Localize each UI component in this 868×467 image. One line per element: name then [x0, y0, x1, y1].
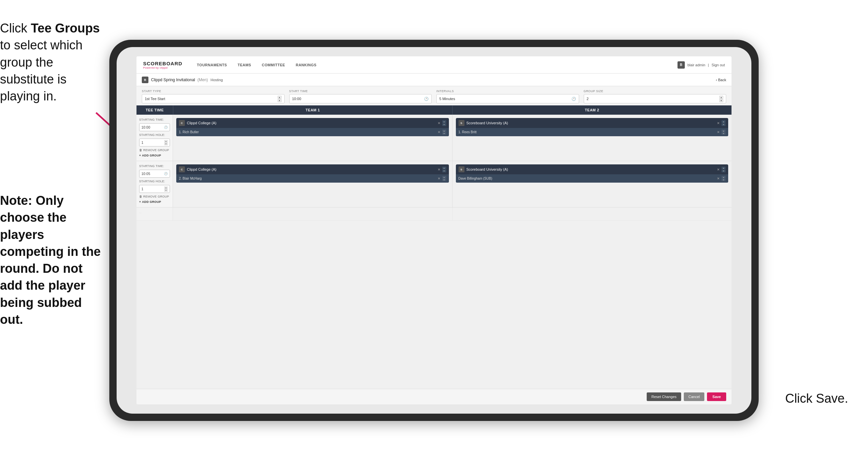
- team1-remove-1[interactable]: ✕: [438, 121, 440, 125]
- player-stepper-2-2[interactable]: ▲ ▼: [721, 176, 725, 181]
- team1-stepper-1[interactable]: ▲ ▼: [442, 120, 446, 126]
- team1-down-2[interactable]: ▼: [442, 170, 446, 172]
- nav-teams[interactable]: TEAMS: [233, 61, 256, 69]
- trash-icon-2: 🗑: [139, 195, 142, 198]
- team1-up-2[interactable]: ▲: [442, 167, 446, 169]
- instruction-text: Click Tee Groups to select which group t…: [0, 20, 103, 105]
- team1-up-1[interactable]: ▲: [442, 120, 446, 123]
- player-down-1-1[interactable]: ▼: [442, 132, 446, 135]
- team2-remove-2[interactable]: ✕: [717, 168, 720, 171]
- team2-stepper-2[interactable]: ▲ ▼: [721, 167, 725, 172]
- start-type-up[interactable]: ▲: [278, 96, 282, 99]
- tee-time-input-1[interactable]: 10:00 🕐: [139, 123, 170, 131]
- tee-hole-input-2[interactable]: 1 ▲ ▼: [139, 185, 170, 193]
- hole-down-2[interactable]: ▼: [164, 189, 168, 192]
- team1-avatar-1: C: [179, 120, 185, 126]
- controls-row: Start Type 1st Tee Start ▲ ▼ Start Time …: [136, 86, 732, 106]
- start-type-down[interactable]: ▼: [278, 99, 282, 102]
- team2-cell-3: [453, 207, 732, 221]
- team2-cell-2: S Scoreboard University (A) ✕ ▲ ▼: [453, 161, 732, 207]
- clock-icon: 🕐: [424, 97, 429, 101]
- player-name-2-2: Dave Billingham (SUB): [459, 177, 715, 180]
- player-stepper-1-2[interactable]: ▲ ▼: [442, 176, 446, 181]
- team2-down-2[interactable]: ▼: [721, 170, 725, 172]
- tee-side-1: STARTING TIME: 10:00 🕐 STARTING HOLE: 1 …: [136, 115, 173, 161]
- team1-stepper-2[interactable]: ▲ ▼: [442, 167, 446, 172]
- player-up-2-2[interactable]: ▲: [721, 176, 725, 178]
- remove-group-btn-2[interactable]: 🗑 Remove Group: [139, 195, 170, 198]
- player-stepper-1-1[interactable]: ▲ ▼: [442, 129, 446, 135]
- player-remove-1-1[interactable]: ✕: [438, 130, 440, 134]
- team1-name-1: Clippd College (A): [187, 121, 436, 125]
- intervals-group: Intervals 5 Minutes 🕐: [436, 89, 579, 104]
- nav-tournaments[interactable]: TOURNAMENTS: [192, 61, 231, 69]
- user-avatar: B: [678, 61, 685, 68]
- back-button[interactable]: Back: [716, 78, 726, 82]
- partial-label: ...: [139, 211, 170, 214]
- player-remove-2-2[interactable]: ✕: [717, 177, 720, 180]
- group-size-up[interactable]: ▲: [719, 96, 723, 99]
- starting-time-label-2: STARTING TIME:: [139, 165, 170, 168]
- player-stepper-2-1[interactable]: ▲ ▼: [721, 129, 725, 135]
- team2-stepper-1[interactable]: ▲ ▼: [721, 120, 725, 126]
- team2-card-2: S Scoreboard University (A) ✕ ▲ ▼: [456, 165, 728, 183]
- tee-time-input-2[interactable]: 10:05 🕐: [139, 170, 170, 178]
- table-body: STARTING TIME: 10:00 🕐 STARTING HOLE: 1 …: [136, 115, 732, 389]
- player-up-1-1[interactable]: ▲: [442, 129, 446, 132]
- team1-remove-2[interactable]: ✕: [438, 168, 440, 171]
- player-down-2-1[interactable]: ▼: [721, 132, 725, 135]
- group-size-input[interactable]: 2 ▲ ▼: [584, 94, 726, 104]
- group-size-value: 2: [587, 97, 589, 101]
- group-size-label: Group Size: [584, 89, 726, 93]
- player-down-2-2[interactable]: ▼: [721, 179, 725, 181]
- group-size-stepper[interactable]: ▲ ▼: [719, 96, 723, 102]
- intervals-input[interactable]: 5 Minutes 🕐: [436, 94, 579, 104]
- intervals-label: Intervals: [436, 89, 579, 93]
- start-time-input[interactable]: 10:00 🕐: [289, 94, 432, 104]
- start-type-input[interactable]: 1st Tee Start ▲ ▼: [142, 94, 285, 104]
- team2-name-2: Scoreboard University (A): [466, 167, 715, 171]
- add-group-btn-1[interactable]: + Add Group: [139, 154, 170, 157]
- tee-group-3-partial: ...: [136, 207, 732, 221]
- remove-group-btn-1[interactable]: 🗑 Remove Group: [139, 148, 170, 152]
- start-type-label: Start Type: [142, 89, 285, 93]
- col-tee-time: Tee Time: [136, 106, 173, 115]
- add-group-btn-2[interactable]: + Add Group: [139, 200, 170, 204]
- sign-out-link[interactable]: Sign out: [712, 63, 725, 67]
- team1-cell-3: [173, 207, 453, 221]
- save-button[interactable]: Save: [707, 392, 726, 401]
- team2-remove-1[interactable]: ✕: [717, 121, 720, 125]
- team1-down-1[interactable]: ▼: [442, 123, 446, 126]
- hole-up-2[interactable]: ▲: [164, 186, 168, 189]
- start-time-group: Start Time 10:00 🕐: [289, 89, 432, 104]
- tee-clock-1: 🕐: [164, 126, 168, 129]
- hosting-label: Hosting: [210, 78, 223, 82]
- player-row-2-2: Dave Billingham (SUB) ✕ ▲ ▼: [456, 174, 728, 183]
- team2-card-1: S Scoreboard University (A) ✕ ▲ ▼: [456, 118, 728, 136]
- start-type-stepper[interactable]: ▲ ▼: [278, 96, 282, 102]
- player-up-2-1[interactable]: ▲: [721, 129, 725, 132]
- player-remove-2-1[interactable]: ✕: [717, 130, 720, 134]
- team2-avatar-2: S: [459, 166, 464, 172]
- group-size-down[interactable]: ▼: [719, 99, 723, 102]
- reset-changes-button[interactable]: Reset Changes: [647, 392, 681, 401]
- team2-up-2[interactable]: ▲: [721, 167, 725, 169]
- player-down-1-2[interactable]: ▼: [442, 179, 446, 181]
- team2-header-1: S Scoreboard University (A) ✕ ▲ ▼: [456, 118, 728, 128]
- player-up-1-2[interactable]: ▲: [442, 176, 446, 178]
- hole-down-1[interactable]: ▼: [164, 143, 168, 145]
- starting-hole-label-1: STARTING HOLE:: [139, 133, 170, 137]
- team2-down-1[interactable]: ▼: [721, 123, 725, 126]
- player-row-1-1: 1. Rich Butler ✕ ▲ ▼: [176, 128, 449, 136]
- nav-committee[interactable]: COMMITTEE: [257, 61, 290, 69]
- nav-rankings[interactable]: RANKINGS: [291, 61, 321, 69]
- tee-side-2: STARTING TIME: 10:05 🕐 STARTING HOLE: 1 …: [136, 161, 173, 207]
- team-cells-1: C Clippd College (A) ✕ ▲ ▼: [173, 115, 732, 161]
- top-nav: SCOREBOARD Powered by clippd TOURNAMENTS…: [136, 56, 732, 74]
- cancel-button[interactable]: Cancel: [684, 392, 704, 401]
- bottom-bar: Reset Changes Cancel Save: [136, 389, 732, 404]
- tee-hole-input-1[interactable]: 1 ▲ ▼: [139, 139, 170, 146]
- team2-up-1[interactable]: ▲: [721, 120, 725, 123]
- hole-up-1[interactable]: ▲: [164, 140, 168, 143]
- player-remove-1-2[interactable]: ✕: [438, 177, 440, 180]
